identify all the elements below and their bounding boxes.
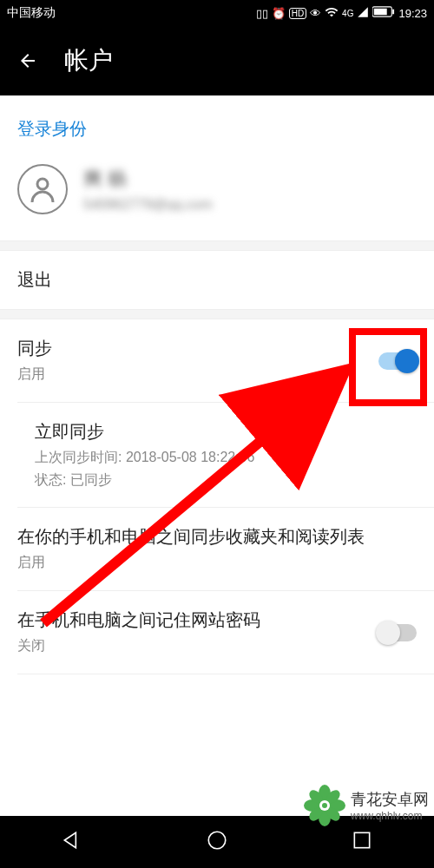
wifi-icon: [325, 5, 339, 22]
app-header: 帐户: [0, 26, 434, 95]
status-icons: ▯▯ ⏰ HD 👁 4G 19:23: [256, 5, 427, 22]
sync-favorites-title: 在你的手机和电脑之间同步收藏夹和阅读列表: [17, 525, 365, 549]
vibrate-icon: ▯▯: [256, 7, 268, 20]
profile-email: 540962779@qq.com: [83, 197, 213, 213]
avatar-icon: [17, 164, 68, 214]
carrier-label: 中国移动: [7, 5, 56, 21]
logout-label: 退出: [17, 268, 52, 292]
svg-point-3: [37, 179, 48, 189]
profile-name: 爽 杨: [83, 166, 213, 192]
sync-favorites-subtitle: 启用: [17, 552, 365, 573]
svg-point-14: [322, 803, 327, 808]
signal-icon: [357, 6, 369, 21]
nav-back-icon[interactable]: [61, 829, 83, 855]
svg-rect-1: [374, 9, 387, 15]
divider: [0, 309, 434, 319]
remember-password-row: 在手机和电脑之间记住网站密码 关闭: [0, 591, 434, 674]
battery-icon: [372, 6, 395, 20]
network-4g: 4G: [342, 9, 353, 18]
clock-label: 19:23: [398, 7, 427, 20]
remember-password-title: 在手机和电脑之间记住网站密码: [17, 608, 260, 632]
sync-title: 同步: [17, 337, 52, 360]
sync-now-title: 立即同步: [35, 420, 254, 444]
logout-row[interactable]: 退出: [0, 251, 434, 309]
back-icon[interactable]: [17, 50, 38, 71]
watermark: 青花安卓网 www.qhhlv.com: [304, 785, 429, 826]
watermark-logo-icon: [304, 785, 345, 826]
sync-toggle[interactable]: [378, 352, 417, 370]
hd-badge: HD: [289, 8, 306, 19]
alarm-icon: ⏰: [272, 7, 286, 20]
profile-row[interactable]: 爽 杨 540962779@qq.com: [0, 154, 434, 240]
watermark-url: www.qhhlv.com: [351, 810, 429, 822]
sync-now-status: 状态: 已同步: [35, 471, 254, 490]
sync-row: 同步 启用: [0, 319, 434, 402]
nav-home-icon[interactable]: [206, 829, 228, 855]
status-bar: 中国移动 ▯▯ ⏰ HD 👁 4G 19:23: [0, 0, 434, 26]
divider: [17, 674, 434, 674]
sync-favorites-row[interactable]: 在你的手机和电脑之间同步收藏夹和阅读列表 启用: [0, 508, 434, 590]
sync-subtitle: 启用: [17, 364, 52, 385]
watermark-name: 青花安卓网: [351, 789, 429, 810]
login-identity-label: 登录身份: [0, 95, 434, 154]
page-title: 帐户: [64, 44, 113, 77]
svg-point-15: [208, 832, 226, 849]
remember-password-subtitle: 关闭: [17, 635, 260, 656]
sync-now-lastsync: 上次同步时间: 2018-05-08 18:22:06: [35, 447, 254, 468]
nav-recent-icon[interactable]: [351, 829, 373, 855]
divider: [0, 240, 434, 251]
sync-now-row[interactable]: 立即同步 上次同步时间: 2018-05-08 18:22:06 状态: 已同步: [0, 403, 434, 507]
svg-rect-2: [393, 10, 395, 15]
remember-password-toggle[interactable]: [378, 624, 417, 641]
eye-icon: 👁: [310, 7, 321, 20]
svg-rect-16: [354, 832, 369, 847]
